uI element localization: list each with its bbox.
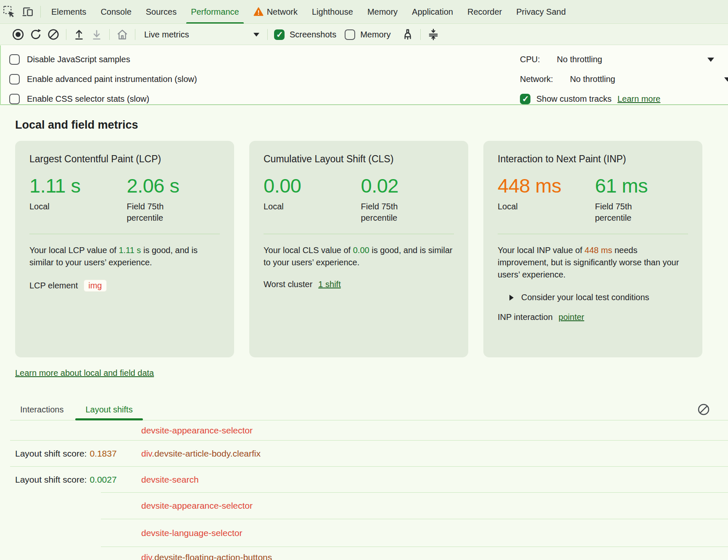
metric-cards: Largest Contentful Paint (LCP) 1.11 s Lo…: [15, 141, 702, 357]
cls-field-value: 0.02: [361, 175, 454, 197]
log-tab-layout-shifts[interactable]: Layout shifts: [74, 400, 143, 419]
checkbox-checked-icon: [274, 29, 285, 40]
cls-field-label: Field 75th percentile: [361, 201, 424, 224]
gc-brush-icon[interactable]: [399, 26, 417, 43]
inspect-element-icon[interactable]: [0, 3, 18, 21]
element-node-link[interactable]: devsite-appearance-selector: [141, 425, 253, 436]
card-divider: [264, 234, 454, 234]
local-test-conditions-disclosure[interactable]: Consider your local test conditions: [498, 293, 688, 302]
cls-description: Your local CLS value of 0.00 is good, an…: [264, 244, 454, 269]
lcp-description: Your local LCP value of 1.11 s is good, …: [29, 244, 220, 269]
memory-checkbox[interactable]: Memory: [345, 29, 390, 40]
performance-toolbar: Live metrics Screenshots Memory: [0, 24, 728, 45]
upload-profile-icon[interactable]: [70, 26, 88, 43]
disable-js-samples-checkbox[interactable]: Disable JavaScript samples: [9, 50, 197, 69]
tab-application[interactable]: Application: [405, 0, 460, 24]
toolbar-separator: [267, 29, 268, 40]
home-icon[interactable]: [113, 26, 131, 43]
layout-shift-row: devsite-language-selector: [0, 519, 728, 547]
disclosure-triangle-icon: [509, 295, 514, 301]
inp-description: Your local INP value of 448 ms needs imp…: [498, 244, 688, 281]
toolbar-separator: [420, 29, 421, 40]
tab-lighthouse[interactable]: Lighthouse: [305, 0, 360, 24]
card-divider: [498, 234, 688, 234]
checkbox-icon: [9, 54, 20, 65]
checkbox-icon: [9, 94, 20, 104]
cls-card-title: Cumulative Layout Shift (CLS): [264, 153, 454, 165]
toolbar-separator: [66, 29, 66, 40]
lcp-local-label: Local: [29, 201, 92, 212]
layout-shift-row: devsite-appearance-selector: [0, 493, 728, 519]
cls-card: Cumulative Layout Shift (CLS) 0.00 Local…: [249, 141, 468, 357]
screenshots-checkbox[interactable]: Screenshots: [274, 29, 336, 40]
score-value: 0.0027: [90, 475, 116, 485]
metrics-log: Interactions Layout shifts devsite-appea…: [0, 400, 728, 560]
worst-cluster-link[interactable]: 1 shift: [318, 280, 340, 289]
checkbox-icon: [9, 74, 20, 85]
tab-console[interactable]: Console: [93, 0, 138, 24]
chevron-down-icon: [707, 58, 714, 62]
inp-card-title: Interaction to Next Paint (INP): [498, 153, 688, 165]
show-custom-tracks-checkbox[interactable]: [520, 94, 530, 104]
layout-shift-row: devsite-appearance-selector: [0, 420, 728, 440]
cpu-throttling-select[interactable]: CPU: No throttling: [520, 50, 728, 69]
network-throttling-select[interactable]: Network: No throttling: [520, 69, 728, 89]
tab-performance[interactable]: Performance: [184, 0, 246, 24]
clear-icon[interactable]: [45, 26, 62, 43]
record-icon[interactable]: [9, 26, 27, 43]
log-tab-bar: Interactions Layout shifts: [0, 400, 728, 419]
tab-recorder[interactable]: Recorder: [460, 0, 509, 24]
devtools-tab-bar: Elements Console Sources Performance Net…: [0, 0, 728, 24]
local-field-learn-more-link[interactable]: Learn more about local and field data: [15, 368, 154, 378]
device-toolbar-icon[interactable]: [18, 3, 37, 21]
advanced-paint-checkbox[interactable]: Enable advanced paint instrumentation (s…: [9, 69, 197, 89]
toolbar-separator: [135, 29, 135, 40]
inp-local-value: 448 ms: [498, 175, 591, 197]
cls-local-value: 0.00: [264, 175, 357, 197]
worst-cluster-label: Worst cluster: [264, 280, 312, 289]
element-node-link[interactable]: devsite-language-selector: [141, 528, 242, 538]
capture-settings-left: Disable JavaScript samples Enable advanc…: [9, 50, 197, 109]
inp-interaction-link[interactable]: pointer: [559, 312, 584, 322]
live-metrics-view: Local and field metrics Largest Contentf…: [0, 105, 728, 560]
reload-record-icon[interactable]: [27, 26, 45, 43]
fit-view-icon[interactable]: [425, 26, 442, 43]
tab-elements[interactable]: Elements: [44, 0, 93, 24]
download-profile-icon[interactable]: [88, 26, 106, 43]
tab-network[interactable]: Network: [246, 0, 305, 24]
checkbox-icon: [345, 29, 355, 40]
tab-memory[interactable]: Memory: [360, 0, 405, 24]
score-label: Layout shift score:: [15, 475, 87, 485]
log-tab-interactions[interactable]: Interactions: [9, 400, 74, 419]
lcp-field-value: 2.06 s: [127, 175, 220, 197]
panel-mode-select[interactable]: Live metrics: [139, 26, 264, 43]
toolbar-separator: [109, 29, 110, 40]
tab-privacy-sandbox[interactable]: Privacy Sand: [509, 0, 573, 24]
network-warning-icon: [253, 7, 264, 17]
lcp-local-value: 1.11 s: [29, 175, 123, 197]
card-divider: [29, 234, 220, 234]
section-heading: Local and field metrics: [15, 118, 728, 132]
chevron-down-icon: [724, 77, 728, 82]
element-node-link[interactable]: div.devsite-article-body.clearfix: [141, 449, 261, 459]
inp-field-label: Field 75th percentile: [595, 201, 658, 224]
lcp-field-label: Field 75th percentile: [127, 201, 190, 224]
chevron-down-icon: [253, 33, 259, 37]
element-node-link[interactable]: div.devsite-floating-action-buttons: [141, 552, 272, 560]
lcp-card: Largest Contentful Paint (LCP) 1.11 s Lo…: [15, 141, 234, 357]
element-node-link[interactable]: devsite-appearance-selector: [141, 501, 253, 511]
custom-tracks-learn-more-link[interactable]: Learn more: [617, 94, 660, 104]
score-value: 0.1837: [90, 449, 116, 459]
score-label: Layout shift score:: [15, 449, 87, 459]
tab-sources[interactable]: Sources: [139, 0, 184, 24]
layout-shift-row: Layout shift score: 0.1837 div.devsite-a…: [0, 441, 728, 466]
tabbar-separator: [40, 6, 41, 18]
inp-local-label: Local: [498, 201, 561, 212]
cls-local-label: Local: [264, 201, 327, 212]
lcp-element-node-link[interactable]: img: [84, 280, 106, 292]
element-node-link[interactable]: devsite-search: [141, 475, 199, 485]
clear-log-icon[interactable]: [696, 402, 711, 417]
layout-shift-row: div.devsite-floating-action-buttons: [0, 547, 728, 560]
lcp-element-label: LCP element: [29, 281, 78, 291]
lcp-card-title: Largest Contentful Paint (LCP): [29, 153, 220, 165]
